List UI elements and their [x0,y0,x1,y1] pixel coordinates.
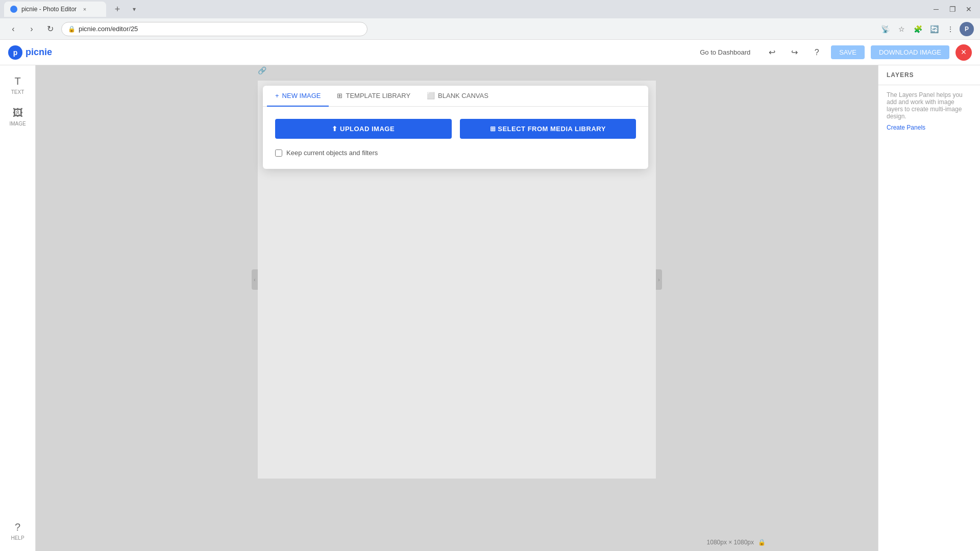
logo-text: picnie [26,47,52,58]
browser-tab[interactable]: picnie - Photo Editor × [4,2,106,17]
tab-new-image[interactable]: + NEW IMAGE [267,86,329,107]
lock-icon: 🔒 [68,26,76,33]
logo-icon: p [8,45,22,60]
tab-title: picnie - Photo Editor [21,6,77,13]
sync-icon[interactable]: 🔄 [927,22,941,36]
canvas-size-label: 1080px × 1080px [707,539,754,546]
tab-close-btn[interactable]: × [81,5,89,13]
browser-titlebar: picnie - Photo Editor × + ▾ ─ ❐ ✕ [0,0,980,18]
modal-action-buttons: ⬆ UPLOAD IMAGE ⊞ SELECT FROM MEDIA LIBRA… [275,119,636,139]
sidebar-text-label: TEXT [11,89,24,95]
keep-objects-row: Keep current objects and filters [275,149,636,157]
text-icon: T [14,76,20,87]
handle-left-icon: ‹ [254,277,255,283]
redo-button[interactable]: ↪ [786,44,802,61]
go-to-dashboard-button[interactable]: Go to Dashboard [693,45,757,59]
left-sidebar: T TEXT 🖼 IMAGE ? HELP [0,65,36,551]
template-library-tab-label: TEMPLATE LIBRARY [346,92,410,99]
download-button[interactable]: DOWNLOAD IMAGE [871,45,949,59]
blank-canvas-tab-label: BLANK CANVAS [438,92,488,99]
app-container: p picnie Go to Dashboard ↩ ↪ ? SAVE DOWN… [0,40,980,551]
canvas-wrapper: 🔗 ‹ + NEW IMAGE [258,81,656,479]
extensions-icon[interactable]: 🧩 [911,22,925,36]
sidebar-item-help[interactable]: ? HELP [4,517,32,545]
tab-blank-canvas[interactable]: ⬜ BLANK CANVAS [419,86,497,107]
keep-objects-label: Keep current objects and filters [286,149,378,157]
cast-icon[interactable]: 📡 [878,22,892,36]
image-icon: 🖼 [13,107,23,119]
window-close-button[interactable]: ✕ [962,2,976,16]
window-controls: ─ ❐ ✕ [929,2,976,16]
select-media-button[interactable]: ⊞ SELECT FROM MEDIA LIBRARY [460,119,636,139]
editor-body: T TEXT 🖼 IMAGE ? HELP 🔗 ‹ [0,65,980,551]
minimize-button[interactable]: ─ [929,2,943,16]
bookmark-icon[interactable]: ☆ [894,22,909,36]
url-text: picnie.com/editor/25 [79,25,138,33]
blank-canvas-tab-icon: ⬜ [427,92,435,99]
layers-description: The Layers Panel helps you add and work … [887,91,963,120]
layers-panel-header: LAYERS [878,65,980,85]
app-logo: p picnie [8,45,52,60]
tab-favicon [10,6,17,13]
sidebar-item-image[interactable]: 🖼 IMAGE [4,103,32,131]
browser-chrome: picnie - Photo Editor × + ▾ ─ ❐ ✕ ‹ › ↻ … [0,0,980,40]
address-bar[interactable]: 🔒 picnie.com/editor/25 [61,22,368,36]
handle-right-icon: › [658,277,659,283]
template-library-tab-icon: ⊞ [337,92,342,99]
create-panels-link[interactable]: Create Panels [887,124,925,131]
keep-objects-checkbox[interactable] [275,149,282,157]
sidebar-help-label: HELP [11,535,24,541]
reload-button[interactable]: ↻ [43,22,57,36]
menu-icon[interactable]: ⋮ [943,22,958,36]
main-canvas: + NEW IMAGE ⊞ TEMPLATE LIBRARY ⬜ BLANK C… [258,81,656,479]
new-image-tab-icon: + [275,92,279,99]
profile-button[interactable]: P [960,22,974,36]
canvas-handle-left[interactable]: ‹ [252,269,258,290]
browser-toolbar: ‹ › ↻ 🔒 picnie.com/editor/25 📡 ☆ 🧩 🔄 ⋮ P [0,18,980,40]
forward-button[interactable]: › [24,22,39,36]
help-sidebar-icon: ? [15,521,20,533]
modal-tabs: + NEW IMAGE ⊞ TEMPLATE LIBRARY ⬜ BLANK C… [263,86,648,107]
new-tab-button[interactable]: + [110,2,125,16]
app-header: p picnie Go to Dashboard ↩ ↪ ? SAVE DOWN… [0,40,980,65]
lock-size-icon: 🔒 [758,539,766,546]
close-editor-button[interactable]: × [955,44,972,61]
canvas-link-icon: 🔗 [258,66,266,74]
back-button[interactable]: ‹ [6,22,20,36]
sidebar-image-label: IMAGE [9,121,26,127]
browser-toolbar-icons: 📡 ☆ 🧩 🔄 ⋮ P [878,22,974,36]
sidebar-item-text[interactable]: T TEXT [4,71,32,99]
canvas-size-bar: 1080px × 1080px 🔒 [707,539,766,546]
modal-overlay: + NEW IMAGE ⊞ TEMPLATE LIBRARY ⬜ BLANK C… [258,81,656,479]
canvas-handle-right[interactable]: › [656,269,662,290]
tab-strip-dropdown[interactable]: ▾ [133,6,136,13]
save-button[interactable]: SAVE [831,45,865,59]
restore-button[interactable]: ❐ [945,2,960,16]
modal-dialog: + NEW IMAGE ⊞ TEMPLATE LIBRARY ⬜ BLANK C… [263,86,648,169]
layers-panel-content: The Layers Panel helps you add and work … [878,85,980,551]
new-image-tab-label: NEW IMAGE [282,92,321,99]
canvas-area: 🔗 ‹ + NEW IMAGE [36,65,878,551]
help-button[interactable]: ? [808,44,825,61]
modal-content: ⬆ UPLOAD IMAGE ⊞ SELECT FROM MEDIA LIBRA… [263,107,648,169]
undo-button[interactable]: ↩ [764,44,780,61]
right-sidebar: LAYERS The Layers Panel helps you add an… [878,65,980,551]
upload-image-button[interactable]: ⬆ UPLOAD IMAGE [275,119,452,139]
tab-template-library[interactable]: ⊞ TEMPLATE LIBRARY [329,86,419,107]
